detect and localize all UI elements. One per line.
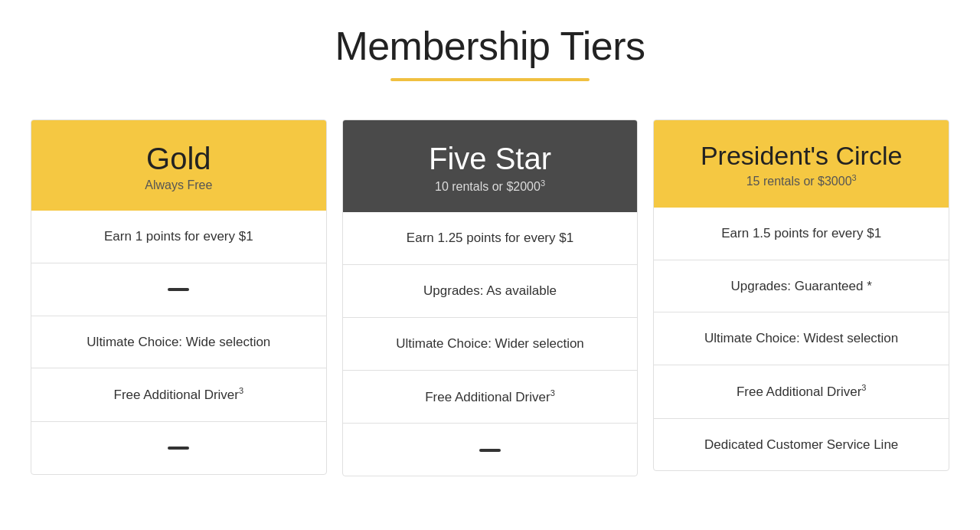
feature-row-gold-2: Ultimate Choice: Wide selection [31,316,326,368]
feature-row-five-star-0: Earn 1.25 points for every $1 [343,212,638,264]
dash-mark [168,447,189,450]
feature-row-gold-3: Free Additional Driver3 [31,368,326,420]
feature-row-gold-1 [31,263,326,316]
feature-row-presidents-circle-4: Dedicated Customer Service Line [654,418,949,471]
tier-features-gold: Earn 1 points for every $1Ultimate Choic… [31,211,326,474]
tier-name-presidents-circle: President's Circle [669,142,933,170]
tier-features-presidents-circle: Earn 1.5 points for every $1Upgrades: Gu… [654,208,949,471]
feature-row-five-star-2: Ultimate Choice: Wider selection [343,317,638,370]
tier-name-five-star: Five Star [358,142,622,175]
tier-card-five-star: Five Star10 rentals or $20003Earn 1.25 p… [342,119,639,476]
tier-subtitle-gold: Always Free [47,178,311,192]
feature-row-gold-4 [31,421,326,474]
tier-features-five-star: Earn 1.25 points for every $1Upgrades: A… [343,212,638,476]
feature-row-presidents-circle-2: Ultimate Choice: Widest selection [654,312,949,365]
tier-name-gold: Gold [47,142,311,175]
feature-row-five-star-4 [343,423,638,476]
page-header: Membership Tiers [335,23,645,81]
tier-header-presidents-circle: President's Circle15 rentals or $30003 [654,120,949,208]
dash-mark [168,288,189,291]
tier-header-gold: GoldAlways Free [31,120,326,211]
page-title: Membership Tiers [335,23,645,69]
dash-mark [479,449,501,452]
feature-row-gold-0: Earn 1 points for every $1 [31,211,326,263]
tier-subtitle-five-star: 10 rentals or $20003 [358,178,622,194]
feature-row-five-star-3: Free Additional Driver3 [343,370,638,423]
feature-row-presidents-circle-0: Earn 1.5 points for every $1 [654,208,949,260]
feature-row-presidents-circle-1: Upgrades: Guaranteed * [654,260,949,312]
tier-subtitle-presidents-circle: 15 rentals or $30003 [669,173,933,188]
feature-row-presidents-circle-3: Free Additional Driver3 [654,365,949,417]
feature-row-five-star-1: Upgrades: As available [343,264,638,317]
title-underline [390,78,590,81]
tiers-container: GoldAlways FreeEarn 1 points for every $… [31,119,949,476]
tier-header-five-star: Five Star10 rentals or $20003 [343,120,638,212]
tier-card-gold: GoldAlways FreeEarn 1 points for every $… [31,119,327,475]
tier-card-presidents-circle: President's Circle15 rentals or $30003Ea… [653,119,949,471]
